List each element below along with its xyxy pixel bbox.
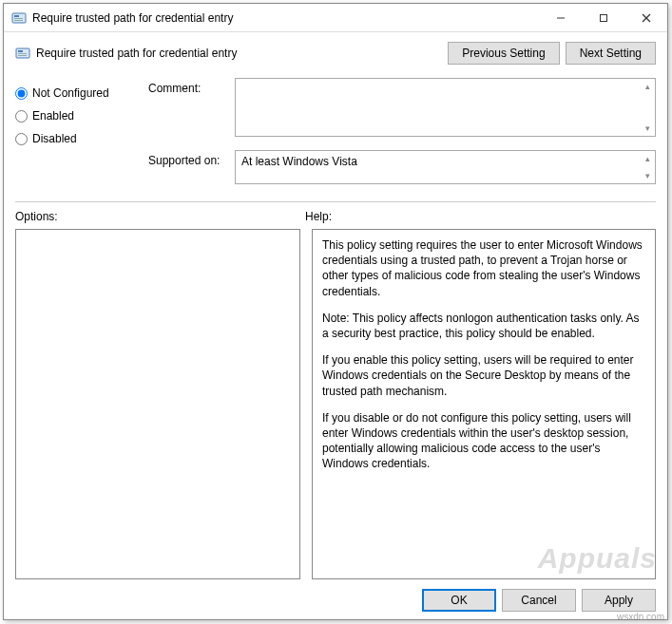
- supported-on-value: At least Windows Vista: [236, 151, 655, 172]
- options-label: Options:: [15, 210, 305, 223]
- comment-value: [236, 79, 655, 86]
- header-row: Require trusted path for credential entr…: [15, 42, 656, 65]
- svg-rect-1: [14, 15, 19, 17]
- pane-labels: Options: Help:: [15, 210, 656, 223]
- minimize-button[interactable]: [539, 4, 582, 31]
- comment-scrollbar[interactable]: ▴ ▾: [640, 79, 655, 136]
- next-setting-button[interactable]: Next Setting: [566, 42, 656, 65]
- policy-name: Require trusted path for credential entr…: [36, 47, 448, 60]
- scroll-down-icon[interactable]: ▾: [640, 168, 655, 183]
- help-paragraph: Note: This policy affects nonlogon authe…: [322, 311, 645, 341]
- svg-rect-2: [14, 18, 23, 19]
- fields-grid: Comment: ▴ ▾ Supported on: At least Wind…: [148, 78, 656, 184]
- title-bar: Require trusted path for credential entr…: [4, 4, 667, 32]
- radio-label: Disabled: [32, 132, 77, 145]
- policy-icon: [11, 10, 27, 26]
- help-paragraph: If you disable or do not configure this …: [322, 410, 645, 472]
- radio-not-configured-input[interactable]: [15, 87, 28, 100]
- radio-enabled-input[interactable]: [15, 110, 28, 123]
- help-paragraph: This policy setting requires the user to…: [322, 237, 645, 299]
- radio-not-configured[interactable]: Not Configured: [15, 82, 139, 104]
- radio-disabled-input[interactable]: [15, 133, 28, 145]
- footer-buttons: OK Cancel Apply: [15, 579, 656, 612]
- scroll-up-icon[interactable]: ▴: [640, 151, 655, 166]
- svg-rect-5: [600, 14, 606, 21]
- window-controls: [539, 4, 667, 31]
- window-title: Require trusted path for credential entr…: [32, 11, 539, 25]
- apply-button[interactable]: Apply: [582, 589, 656, 612]
- comment-field[interactable]: ▴ ▾: [235, 78, 656, 137]
- ok-button[interactable]: OK: [422, 589, 496, 612]
- svg-rect-9: [18, 50, 23, 52]
- help-label: Help:: [305, 210, 332, 223]
- lower-panel: This policy setting requires the user to…: [15, 229, 656, 579]
- radio-enabled[interactable]: Enabled: [15, 104, 139, 127]
- cancel-button[interactable]: Cancel: [502, 589, 576, 612]
- comment-label: Comment:: [148, 78, 229, 95]
- svg-rect-11: [18, 55, 27, 56]
- supported-scrollbar[interactable]: ▴ ▾: [640, 151, 655, 183]
- close-button[interactable]: [624, 4, 667, 31]
- radio-label: Not Configured: [32, 86, 109, 100]
- scroll-up-icon[interactable]: ▴: [640, 79, 655, 94]
- state-radio-group: Not Configured Enabled Disabled: [15, 78, 139, 184]
- maximize-button[interactable]: [582, 4, 624, 31]
- options-pane: [15, 229, 300, 579]
- policy-icon: [15, 46, 30, 61]
- help-pane: This policy setting requires the user to…: [312, 229, 656, 579]
- radio-disabled[interactable]: Disabled: [15, 127, 139, 150]
- svg-rect-10: [18, 53, 27, 54]
- supported-on-label: Supported on:: [148, 150, 229, 167]
- upper-panel: Not Configured Enabled Disabled Comment:…: [15, 78, 656, 184]
- svg-rect-3: [14, 20, 23, 21]
- separator: [15, 201, 656, 202]
- scroll-down-icon[interactable]: ▾: [640, 121, 655, 136]
- previous-setting-button[interactable]: Previous Setting: [448, 42, 559, 65]
- help-paragraph: If you enable this policy setting, users…: [322, 352, 645, 399]
- nav-buttons: Previous Setting Next Setting: [448, 42, 656, 65]
- radio-label: Enabled: [32, 109, 74, 123]
- dialog-window: Require trusted path for credential entr…: [3, 3, 668, 620]
- content-area: Require trusted path for credential entr…: [4, 32, 667, 619]
- supported-on-field: At least Windows Vista ▴ ▾: [235, 150, 656, 184]
